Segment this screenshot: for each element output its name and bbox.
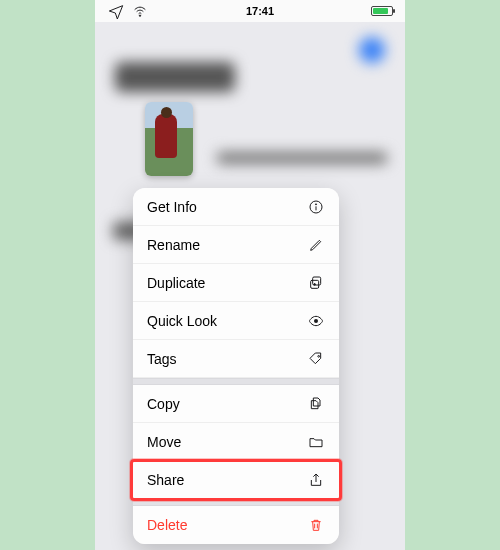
context-menu: Get Info Rename Duplicate Quick Look Tag	[133, 188, 339, 544]
menu-label: Duplicate	[147, 275, 205, 291]
trash-icon	[307, 516, 325, 534]
menu-item-tags[interactable]: Tags	[133, 340, 339, 378]
menu-item-move[interactable]: Move	[133, 423, 339, 461]
menu-separator	[133, 499, 339, 506]
airplane-mode-icon	[107, 2, 125, 20]
menu-item-share[interactable]: Share	[133, 461, 339, 499]
menu-label: Quick Look	[147, 313, 217, 329]
menu-label: Get Info	[147, 199, 197, 215]
video-thumbnail[interactable]	[145, 102, 193, 176]
tag-icon	[307, 350, 325, 368]
battery-charging-icon	[371, 2, 393, 20]
info-circle-icon	[307, 198, 325, 216]
menu-label: Rename	[147, 237, 200, 253]
wifi-icon	[131, 2, 149, 20]
status-time: 17:41	[246, 5, 274, 17]
phone-frame: 17:41 Get Info Rename Duplicate	[95, 0, 405, 550]
menu-item-copy[interactable]: Copy	[133, 385, 339, 423]
menu-label: Share	[147, 472, 184, 488]
svg-rect-4	[313, 277, 321, 285]
menu-label: Delete	[147, 517, 187, 533]
menu-item-delete[interactable]: Delete	[133, 506, 339, 544]
menu-item-get-info[interactable]: Get Info	[133, 188, 339, 226]
doc-on-doc-icon	[307, 395, 325, 413]
menu-item-quick-look[interactable]: Quick Look	[133, 302, 339, 340]
menu-separator	[133, 378, 339, 385]
share-icon	[307, 471, 325, 489]
menu-label: Tags	[147, 351, 177, 367]
menu-item-duplicate[interactable]: Duplicate	[133, 264, 339, 302]
svg-point-8	[314, 319, 318, 323]
eye-icon	[307, 312, 325, 330]
plus-square-on-square-icon	[307, 274, 325, 292]
pencil-icon	[307, 236, 325, 254]
svg-point-3	[315, 203, 316, 204]
menu-item-rename[interactable]: Rename	[133, 226, 339, 264]
menu-label: Copy	[147, 396, 180, 412]
svg-point-0	[139, 15, 140, 16]
svg-point-9	[318, 355, 320, 357]
folder-icon	[307, 433, 325, 451]
menu-label: Move	[147, 434, 181, 450]
status-bar: 17:41	[95, 0, 405, 22]
